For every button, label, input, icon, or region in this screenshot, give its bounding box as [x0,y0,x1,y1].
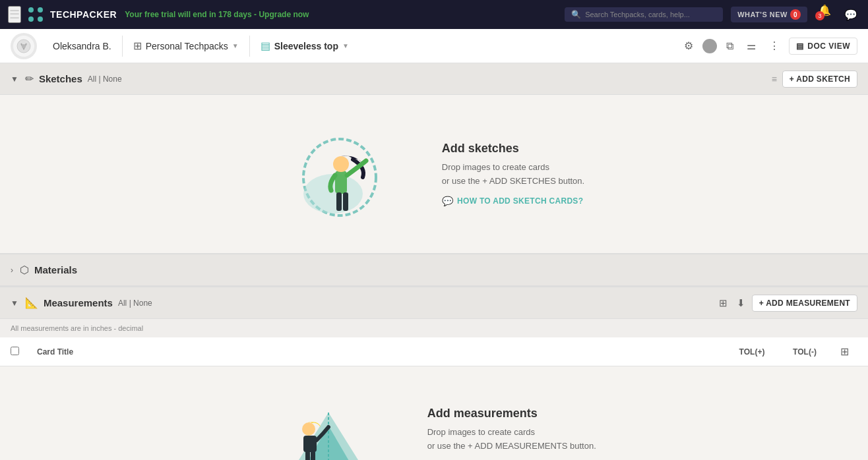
svg-point-5 [22,44,26,48]
sketches-empty-text: Add sketches Drop images to create cards… [442,142,584,207]
measurements-illustration-svg [269,386,388,460]
measurements-title: Measurements [44,297,113,308]
sketches-section: ▼ ✏ Sketches All | None ≡ + ADD SKETCH [0,63,868,253]
sketches-illustration-svg [284,121,402,227]
col-actions: ⊞ [831,345,857,358]
materials-section: › ⬡ Materials [0,253,868,286]
user-name-nav[interactable]: Oleksandra B. [45,29,119,63]
product-icon: ▤ [261,40,270,52]
doc-view-label: DOC VIEW [807,42,850,51]
color-indicator[interactable] [702,39,717,53]
settings-button[interactable]: ⚙ [680,36,697,56]
svg-rect-18 [305,451,310,460]
table-columns-button[interactable]: ⊞ [840,345,849,358]
notifications-button[interactable]: 🔔 3 [815,1,834,28]
nav-right-actions: ⚙ ⧉ ⚌ ⋮ ▤ DOC VIEW [680,36,857,56]
add-sketch-button[interactable]: + ADD SKETCH [782,71,857,88]
svg-rect-11 [343,192,348,211]
svg-point-2 [28,16,34,22]
measurements-download-button[interactable]: ⬇ [734,295,748,312]
brand-logo [11,33,37,59]
sketches-empty-line2: or use the + ADD SKETCHES button. [442,175,584,188]
svg-point-0 [28,7,34,13]
svg-point-9 [333,156,349,172]
sketches-help-link[interactable]: 💬 HOW TO ADD SKETCH CARDS? [442,196,584,206]
measurements-header[interactable]: ▼ 📐 Measurements All | None ⊞ ⬇ + ADD ME… [0,287,868,319]
sketches-actions: ≡ + ADD SKETCH [772,71,857,88]
product-chevron: ▼ [342,42,349,49]
measurements-filter-all[interactable]: All [118,299,127,308]
measurements-empty-text: Add measurements Drop images to create c… [427,407,600,460]
sketches-collapse-toggle[interactable]: ▼ [11,74,18,84]
svg-point-16 [302,422,315,436]
materials-header[interactable]: › ⬡ Materials [0,254,868,286]
trial-message: Your free trial will end in 178 days - U… [125,10,557,19]
sketches-header[interactable]: ▼ ✏ Sketches All | None ≡ + ADD SKETCH [0,63,868,95]
main-content: ▼ ✏ Sketches All | None ≡ + ADD SKETCH [0,63,868,460]
svg-rect-17 [303,436,317,452]
brand-logo-svg [16,38,32,54]
measurements-empty-state: Add measurements Drop images to create c… [0,366,868,460]
global-search[interactable]: 🔍 Search Techpacks, cards, help... [565,7,723,22]
product-nav[interactable]: ▤ Sleeveless top ▼ [253,29,357,63]
messages-button[interactable]: 💬 [842,6,860,24]
collection-name: Personal Techpacks [146,41,228,51]
measurements-illustration: Add measurements Drop images to create c… [269,386,600,460]
measurements-filter-none[interactable]: None [133,299,152,308]
doc-view-button[interactable]: ▤ DOC VIEW [789,38,857,55]
measurements-empty-line2: or use the + ADD MEASUREMENTS button. [427,440,600,453]
layers-icon: ⊞ [133,40,142,52]
collection-nav[interactable]: ⊞ Personal Techpacks ▼ [125,29,247,63]
nav-divider-2 [249,36,250,57]
add-measurement-button[interactable]: + ADD MEASUREMENT [752,295,857,312]
user-name: Oleksandra B. [53,41,111,51]
measurements-filter: All | None [118,299,152,308]
whats-new-label: WHAT'S NEW [737,11,788,18]
measurements-content: All measurements are in inches - decimal… [0,319,868,460]
sketches-illustration: Add sketches Drop images to create cards… [284,121,584,227]
select-all-checkbox[interactable] [11,347,19,355]
svg-point-3 [38,16,43,22]
sketches-filter-none[interactable]: None [103,74,122,84]
sketches-title: Sketches [39,73,82,84]
filter-button[interactable]: ⚌ [743,36,760,56]
col-tol-minus: TOL(-) [778,347,831,357]
materials-cube-icon: ⬡ [20,264,29,276]
sketches-empty-state: Add sketches Drop images to create cards… [0,95,868,253]
product-name: Sleeveless top [274,41,338,51]
col-check [11,346,37,358]
measurements-section: ▼ 📐 Measurements All | None ⊞ ⬇ + ADD ME… [0,286,868,460]
more-options-button[interactable]: ⋮ [765,36,784,56]
whats-new-badge: 0 [790,9,801,20]
upgrade-link[interactable]: Upgrade now [259,10,309,19]
sketches-sort-icon[interactable]: ≡ [772,74,777,84]
measurements-actions: ⊞ ⬇ + ADD MEASUREMENT [716,295,857,312]
add-measurement-label: + ADD MEASUREMENT [759,299,850,308]
logo-text: TECHPACKER [50,9,117,20]
sketches-empty-title: Add sketches [442,142,584,156]
svg-point-1 [38,7,43,13]
svg-rect-10 [336,192,342,211]
nav-divider-1 [122,36,123,57]
hamburger-menu[interactable]: ☰ [8,6,21,23]
measurements-collapse-toggle[interactable]: ▼ [11,299,18,308]
copy-button[interactable]: ⧉ [722,36,737,56]
whats-new-button[interactable]: WHAT'S NEW 0 [731,7,807,22]
collection-chevron: ▼ [232,42,239,49]
measurements-table-header: Card Title TOL(+) TOL(-) ⊞ [0,337,868,366]
measurements-note: All measurements are in inches - decimal [0,319,868,337]
techpacker-logo-icon [26,5,45,24]
notifications-badge: 3 [815,11,824,20]
top-navigation: ☰ TECHPACKER Your free trial will end in… [0,0,868,29]
measurements-chart-icon: 📐 [25,297,38,309]
measurements-empty-title: Add measurements [427,407,600,420]
search-placeholder: Search Techpacks, cards, help... [585,11,690,18]
measurements-grid-view-button[interactable]: ⊞ [716,295,730,312]
add-sketch-label: + ADD SKETCH [790,74,850,84]
sketches-help-text: HOW TO ADD SKETCH CARDS? [457,196,583,206]
col-card-title: Card Title [37,347,726,357]
materials-expand-toggle[interactable]: › [11,266,13,275]
col-tol-plus: TOL(+) [726,347,778,357]
sketches-filter-all[interactable]: All [88,74,96,84]
secondary-navigation: Oleksandra B. ⊞ Personal Techpacks ▼ ▤ S… [0,29,868,63]
